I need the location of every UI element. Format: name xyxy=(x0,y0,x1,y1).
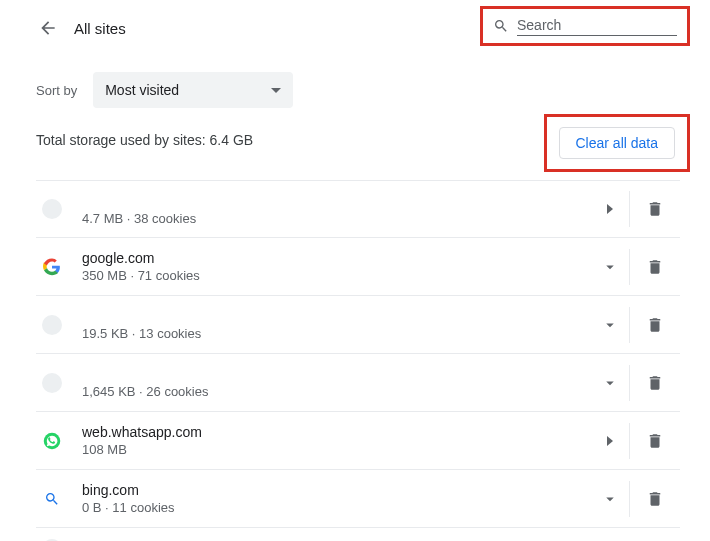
site-row[interactable]: 19.5 KB · 13 cookies xyxy=(36,296,680,354)
site-name: web.whatsapp.com xyxy=(82,424,590,440)
site-row[interactable]: web.whatsapp.com108 MB xyxy=(36,412,680,470)
site-name xyxy=(82,308,590,324)
site-info: 4.7 MB · 38 cookies xyxy=(82,193,590,226)
total-storage-text: Total storage used by sites: 6.4 GB xyxy=(36,132,253,148)
expand-right-icon[interactable] xyxy=(590,423,630,459)
site-favicon xyxy=(42,199,62,219)
chevron-down-icon[interactable] xyxy=(590,307,630,343)
site-meta: 350 MB · 71 cookies xyxy=(82,268,590,283)
clear-all-data-button[interactable]: Clear all data xyxy=(559,127,676,159)
site-favicon xyxy=(42,315,62,335)
site-meta: 0 B · 11 cookies xyxy=(82,500,590,515)
site-row[interactable]: 1,645 KB · 26 cookies xyxy=(36,354,680,412)
site-row[interactable]: 4.7 MB · 38 cookies xyxy=(36,180,680,238)
header: All sites xyxy=(36,0,680,56)
delete-button[interactable] xyxy=(630,316,680,334)
site-name: bing.com xyxy=(82,482,590,498)
site-info: google.com350 MB · 71 cookies xyxy=(82,250,590,283)
chevron-down-icon[interactable] xyxy=(590,481,630,517)
site-favicon xyxy=(42,373,62,393)
site-favicon xyxy=(42,431,62,451)
site-favicon xyxy=(42,489,62,509)
chevron-down-icon[interactable] xyxy=(590,365,630,401)
delete-button[interactable] xyxy=(630,200,680,218)
delete-button[interactable] xyxy=(630,490,680,508)
back-button[interactable] xyxy=(36,16,60,40)
site-row[interactable]: bing.com0 B · 11 cookies xyxy=(36,470,680,528)
delete-button[interactable] xyxy=(630,432,680,450)
sort-row: Sort by Most visited xyxy=(36,72,680,108)
sort-select[interactable]: Most visited xyxy=(93,72,293,108)
search-highlight xyxy=(480,6,690,46)
sites-list: 4.7 MB · 38 cookiesgoogle.com350 MB · 71… xyxy=(36,180,680,541)
site-name: google.com xyxy=(82,250,590,266)
search-input[interactable] xyxy=(517,17,677,36)
delete-button[interactable] xyxy=(630,374,680,392)
site-name xyxy=(82,366,590,382)
page-title: All sites xyxy=(74,20,126,37)
sort-label: Sort by xyxy=(36,83,77,98)
site-info: 19.5 KB · 13 cookies xyxy=(82,308,590,341)
delete-button[interactable] xyxy=(630,258,680,276)
site-info: 1,645 KB · 26 cookies xyxy=(82,366,590,399)
chevron-down-icon[interactable] xyxy=(590,249,630,285)
clear-highlight: Clear all data xyxy=(544,114,691,172)
site-row[interactable]: google.com350 MB · 71 cookies xyxy=(36,238,680,296)
site-info: web.whatsapp.com108 MB xyxy=(82,424,590,457)
dropdown-icon xyxy=(271,88,281,93)
site-row[interactable]: edubirdie.com xyxy=(36,528,680,541)
sort-selected: Most visited xyxy=(105,82,179,98)
search-icon xyxy=(493,18,509,34)
expand-right-icon[interactable] xyxy=(590,191,630,227)
site-name xyxy=(82,193,590,209)
site-meta: 19.5 KB · 13 cookies xyxy=(82,326,590,341)
site-meta: 108 MB xyxy=(82,442,590,457)
site-meta: 1,645 KB · 26 cookies xyxy=(82,384,590,399)
site-favicon xyxy=(42,257,62,277)
site-info: bing.com0 B · 11 cookies xyxy=(82,482,590,515)
site-meta: 4.7 MB · 38 cookies xyxy=(82,211,590,226)
